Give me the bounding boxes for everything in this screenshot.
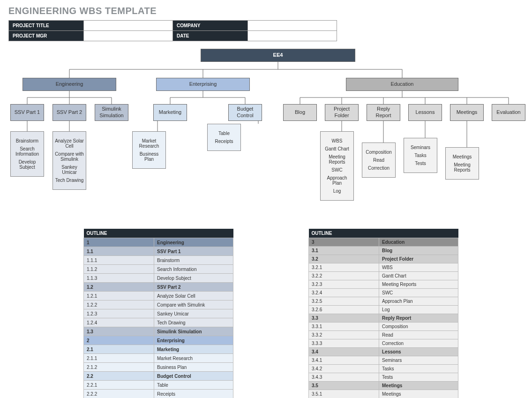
outline-title: Analyze Solar Cell [154,292,233,300]
node-ssv-part-2: SSV Part 2 [52,104,86,121]
list-item: Compare with Simulink [55,151,84,162]
outline-number: 2.1.1 [84,354,154,363]
outline-title: Project Folder [379,255,458,263]
outline-title: Marketing [154,345,233,354]
table-row: 2.1.1Market Research [84,354,233,363]
outline-title: WBS [379,263,458,272]
node-education: Education [346,78,458,91]
outline-title: Lessons [379,348,458,356]
table-row: 3.3.3Correction [309,339,458,348]
table-row: 3.4.3Tests [309,373,458,382]
outline-number: 2.1 [84,345,154,354]
list-item: Develop Subject [13,159,42,170]
table-row: 1.3Simulink Simulation [84,327,233,336]
outline-title: Budget Control [154,372,233,381]
outline-number: 1.2.2 [84,300,154,309]
outline-number: 1 [84,238,154,247]
company-value[interactable] [248,21,337,31]
outline-number: 3.4.1 [309,356,379,365]
table-row: 3.4.1Seminars [309,356,458,365]
list-item: Tech Drawing [55,178,84,183]
outline-number: 1.2 [84,283,154,292]
leaf-ssv1: Brainstorm Search Information Develop Su… [10,131,44,177]
project-mgr-value[interactable] [84,31,173,41]
list-item: Tasks [406,153,435,158]
outline-title: Tech Drawing [154,318,233,327]
table-row: 1.1.2Search Information [84,265,233,274]
table-row: 1Engineering [84,238,233,247]
outline-number: 3.3 [309,314,379,323]
node-blog: Blog [283,104,317,121]
node-budget-control: Budget Control [228,104,262,121]
outline-title: Receipts [154,390,233,398]
outline-table-2: OUTLINE 3Education3.1Blog3.2Project Fold… [308,229,458,398]
table-row: 3.3.1Composition [309,323,458,331]
list-item: Market Research [135,138,164,149]
list-item: Gantt Chart [322,146,352,151]
table-row: 2.1Marketing [84,345,233,354]
date-label: DATE [173,31,248,41]
outline-number: 2.1.2 [84,363,154,372]
table-row: 3.2.4SWC [309,289,458,297]
table-row: 1.2SSV Part 2 [84,283,233,292]
outline-title: SSV Part 2 [154,283,233,292]
outline-number: 1.2.1 [84,292,154,300]
outline-number: 3.2.4 [309,289,379,297]
table-row: 3.5Meetings [309,382,458,390]
table-row: 3.3Reply Report [309,314,458,323]
list-item: Log [322,188,352,194]
outline-number: 2.2.1 [84,381,154,390]
date-value[interactable] [248,31,337,41]
leaf-lessons: Seminars Tasks Tests [404,138,437,173]
table-row: 3.2.3Meeting Reports [309,280,458,289]
table-row: 3.2.5Approach Plan [309,297,458,306]
outline-title: Engineering [154,238,233,247]
wbs-root: EE4 [201,49,355,62]
list-item: Receipts [210,139,239,144]
outline-title: Read [379,331,458,339]
outline-title: Correction [379,339,458,348]
outline-number: 3.4.2 [309,365,379,373]
outline-title: Compare with Simulink [154,300,233,309]
table-row: 1.1.1Brainstorm [84,256,233,265]
page-title: ENGINEERING WBS TEMPLATE [8,6,524,16]
leaf-marketing: Market Research Business Plan [132,131,166,169]
list-item: Analyze Solar Cell [55,138,84,149]
list-item: Composition [364,150,393,155]
outline-title: SSV Part 1 [154,247,233,256]
project-title-value[interactable] [84,21,173,31]
table-row: 2.1.2Business Plan [84,363,233,372]
outline-number: 1.3 [84,327,154,336]
project-mgr-label: PROJECT MGR [9,31,84,41]
leaf-project-folder: WBS Gantt Chart Meeting Reports SWC Appr… [320,131,354,201]
outline-title: Seminars [379,356,458,365]
list-item: Read [364,158,393,163]
table-row: 1.2.1Analyze Solar Cell [84,292,233,300]
node-project-folder: Project Folder [325,104,359,121]
outline-number: 3.2.3 [309,280,379,289]
company-label: COMPANY [173,21,248,31]
table-row: 1.1.3Develop Subject [84,274,233,283]
table-row: 3.4Lessons [309,348,458,356]
outline-title: Business Plan [154,363,233,372]
outline-title: Meeting Reports [379,280,458,289]
outline-title: Meetings [379,382,458,390]
outline-header: OUTLINE [309,229,458,238]
table-row: 1.2.2Compare with Simulink [84,300,233,309]
list-item: Sankey Umicar [55,165,84,175]
project-meta-table: PROJECT TITLE COMPANY PROJECT MGR DATE [8,20,337,41]
outline-number: 2.2 [84,372,154,381]
table-row: 2.2Budget Control [84,372,233,381]
outline-number: 3.2.1 [309,263,379,272]
outline-number: 3.2.2 [309,272,379,280]
table-row: 3.2.2Gantt Chart [309,272,458,280]
outline-number: 2.2.2 [84,390,154,398]
table-row: 3.1Blog [309,247,458,255]
list-item: Meeting Reports [322,154,352,165]
list-item: Approach Plan [322,175,352,186]
outline-number: 1.1.3 [84,274,154,283]
outline-title: Reply Report [379,314,458,323]
outline-number: 3.3.2 [309,331,379,339]
outline-number: 3.2.6 [309,306,379,314]
node-ssv-part-1: SSV Part 1 [10,104,44,121]
